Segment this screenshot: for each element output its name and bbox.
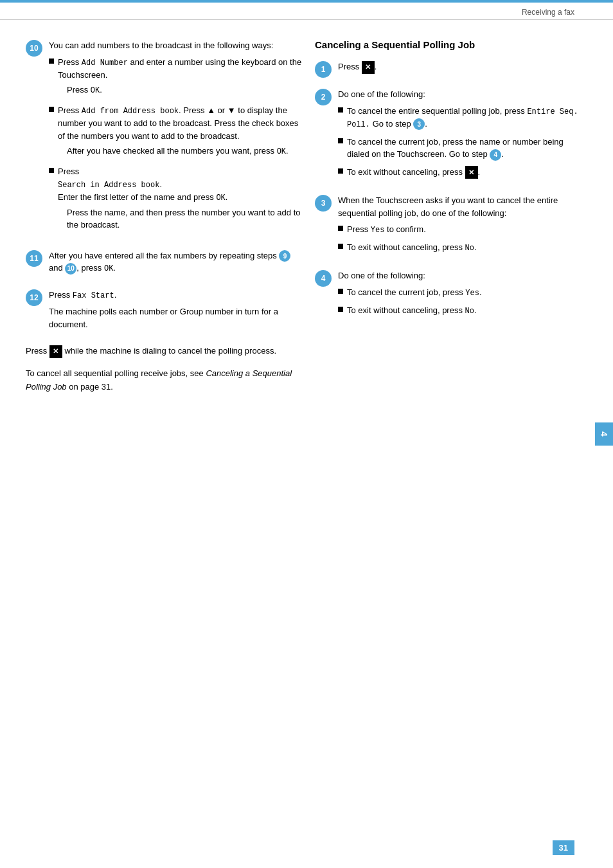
page-footer: 31 bbox=[553, 840, 574, 855]
bullet-icon bbox=[338, 138, 343, 143]
step-11-content: After you have entered all the fax numbe… bbox=[49, 249, 302, 279]
bullet-icon bbox=[338, 107, 343, 113]
right-step-4-content: Do one of the following: To cancel the c… bbox=[338, 269, 585, 322]
bullet-icon bbox=[49, 59, 54, 64]
right-step-2-bullets: To cancel the entire sequential polling … bbox=[338, 105, 585, 179]
right-step-1-block: 1 Press ✕. bbox=[315, 60, 585, 78]
right-step-2-intro: Do one of the following: bbox=[338, 88, 585, 101]
right-step-3-bullets: Press Yes to confirm. To exit without ca… bbox=[338, 223, 585, 254]
bullet-item: To cancel the current job, press the nam… bbox=[338, 136, 585, 161]
x-icon-3: ✕ bbox=[465, 166, 478, 179]
right-column: Canceling a Sequential Polling Job 1 Pre… bbox=[315, 39, 585, 402]
right-step-1-text: Press ✕. bbox=[338, 60, 585, 74]
bullet-text: Press Yes to confirm. bbox=[347, 223, 426, 236]
bullet-icon bbox=[338, 289, 343, 294]
bullet-text: PressSearch in Address book.Enter the fi… bbox=[58, 165, 302, 234]
bullet-icon bbox=[338, 226, 343, 231]
bullet-text: Press Add Number and enter a number usin… bbox=[58, 56, 302, 100]
standalone-cancel-ref: To cancel all sequential polling receive… bbox=[26, 367, 302, 394]
bullet-item: To cancel the entire sequential polling … bbox=[338, 105, 585, 131]
step-10-block: 10 You can add numbers to the broadcast … bbox=[26, 39, 302, 239]
right-step-4-block: 4 Do one of the following: To cancel the… bbox=[315, 269, 585, 322]
page-number: 31 bbox=[553, 840, 574, 855]
bullet-text: Press Add from Address book. Press ▲ or … bbox=[58, 104, 302, 160]
right-step-1-content: Press ✕. bbox=[338, 60, 585, 78]
step-10-intro: You can add numbers to the broadcast in … bbox=[49, 39, 302, 52]
side-tab: 4 bbox=[595, 422, 613, 446]
right-step-4-circle: 4 bbox=[315, 270, 332, 287]
step-10-bullets: Press Add Number and enter a number usin… bbox=[49, 56, 302, 234]
right-step-3-block: 3 When the Touchscreen asks if you want … bbox=[315, 194, 585, 259]
content-area: 10 You can add numbers to the broadcast … bbox=[0, 20, 613, 422]
right-step-3-circle: 3 bbox=[315, 195, 332, 212]
bullet-icon bbox=[338, 307, 343, 312]
bullet-item: Press Add Number and enter a number usin… bbox=[49, 56, 302, 100]
step-12-sub: The machine polls each number or Group n… bbox=[49, 305, 302, 330]
italic-ref: Canceling a Sequential Polling Job bbox=[26, 368, 292, 392]
bullet-text: To exit without canceling, press No. bbox=[347, 241, 477, 254]
bullet-text: To cancel the current job, press the nam… bbox=[347, 136, 585, 161]
step-12-content: Press Fax Start. The machine polls each … bbox=[49, 289, 302, 334]
step-12-block: 12 Press Fax Start. The machine polls ea… bbox=[26, 289, 302, 334]
bullet-icon bbox=[338, 168, 343, 174]
right-step-2-circle: 2 bbox=[315, 89, 332, 105]
bullet-icon bbox=[49, 168, 54, 173]
right-step-4-bullets: To cancel the current job, press Yes. To… bbox=[338, 286, 585, 317]
right-step-3-content: When the Touchscreen asks if you want to… bbox=[338, 194, 585, 259]
bullet-item: To exit without canceling, press No. bbox=[338, 304, 585, 317]
right-step-2-content: Do one of the following: To cancel the e… bbox=[338, 88, 585, 184]
standalone-press-x: Press ✕ while the machine is dialing to … bbox=[26, 345, 302, 358]
right-step-2-block: 2 Do one of the following: To cancel the… bbox=[315, 88, 585, 184]
left-column: 10 You can add numbers to the broadcast … bbox=[26, 39, 302, 402]
bullet-item: Press Yes to confirm. bbox=[338, 223, 585, 236]
x-icon-2: ✕ bbox=[362, 61, 375, 74]
bullet-icon bbox=[49, 107, 54, 112]
step-11-text: After you have entered all the fax numbe… bbox=[49, 249, 302, 275]
bullet-item: To cancel the current job, press Yes. bbox=[338, 286, 585, 299]
bullet-text: To exit without canceling, press No. bbox=[347, 304, 477, 317]
bullet-item: To exit without canceling, press No. bbox=[338, 241, 585, 254]
step-11-block: 11 After you have entered all the fax nu… bbox=[26, 249, 302, 279]
bullet-item: PressSearch in Address book.Enter the fi… bbox=[49, 165, 302, 234]
bullet-icon bbox=[338, 244, 343, 249]
step-10-circle: 10 bbox=[26, 40, 42, 57]
page-header: Receiving a fax bbox=[0, 3, 613, 20]
bullet-item: To exit without canceling, press ✕. bbox=[338, 166, 585, 179]
bullet-text: To cancel the current job, press Yes. bbox=[347, 286, 482, 299]
step-11-circle: 11 bbox=[26, 250, 42, 267]
section-title: Canceling a Sequential Polling Job bbox=[315, 39, 585, 50]
bullet-item: Press Add from Address book. Press ▲ or … bbox=[49, 104, 302, 160]
step-12-text: Press Fax Start. bbox=[49, 289, 302, 302]
standalone-text-1: Press ✕ while the machine is dialing to … bbox=[26, 345, 302, 358]
step-10-content: You can add numbers to the broadcast in … bbox=[49, 39, 302, 239]
bullet-text: To exit without canceling, press ✕. bbox=[347, 166, 480, 179]
right-step-4-intro: Do one of the following: bbox=[338, 269, 585, 282]
standalone-text-2: To cancel all sequential polling receive… bbox=[26, 367, 302, 394]
right-step-3-intro: When the Touchscreen asks if you want to… bbox=[338, 194, 585, 219]
right-step-1-circle: 1 bbox=[315, 61, 332, 78]
x-icon-1: ✕ bbox=[49, 345, 62, 358]
step-12-circle: 12 bbox=[26, 289, 42, 306]
bullet-text: To cancel the entire sequential polling … bbox=[347, 105, 585, 131]
header-text: Receiving a fax bbox=[522, 8, 574, 17]
